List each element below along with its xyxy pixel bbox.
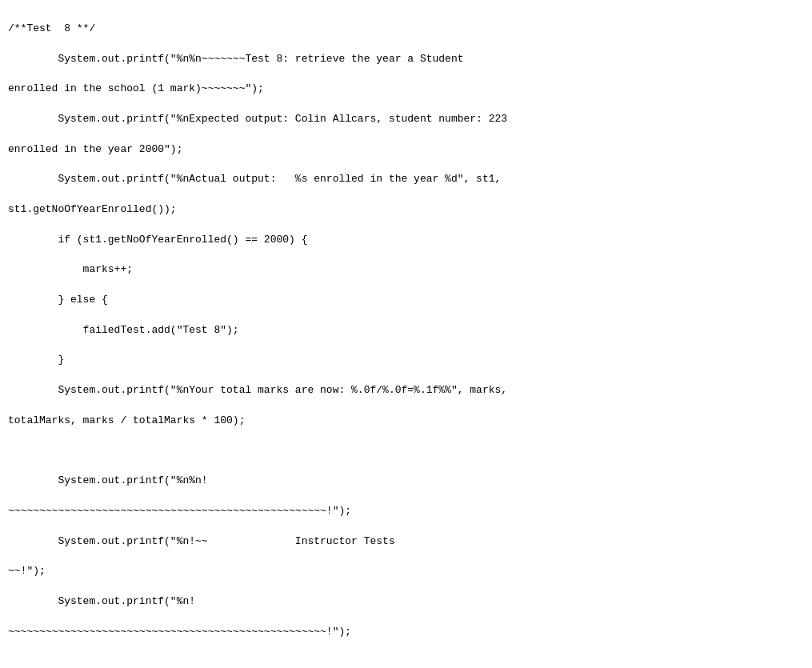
code-line-3: enrolled in the school (1 mark)~~~~~~~")… [0,82,812,97]
code-line-6: System.out.printf("%nActual output: %s e… [0,172,812,187]
code-line-4: System.out.printf("%nExpected output: Co… [0,112,812,127]
code-line-17: System.out.printf("%n!~~ Instructor Test… [0,534,812,550]
code-line-16: ~~~~~~~~~~~~~~~~~~~~~~~~~~~~~~~~~~~~~~~~… [0,504,812,519]
code-line-18: ~~!"); [0,564,812,579]
code-line-1: /**Test 8 **/ [0,22,812,37]
code-line-5: enrolled in the year 2000"); [0,142,812,158]
code-line-10: } else { [0,293,812,308]
code-line-14: totalMarks, marks / totalMarks * 100); [0,414,812,429]
code-line-11: failedTest.add("Test 8"); [0,323,812,338]
code-editor: /**Test 8 **/ System.out.printf("%n%n~~~… [0,0,812,668]
code-line-9: marks++; [0,262,812,278]
code-line-12: } [0,353,812,368]
code-line-15: System.out.printf("%n%n! [0,474,812,489]
code-line-19: System.out.printf("%n! [0,594,812,610]
code-line-20: ~~~~~~~~~~~~~~~~~~~~~~~~~~~~~~~~~~~~~~~~… [0,625,812,640]
code-line-2: System.out.printf("%n%n~~~~~~~Test 8: re… [0,52,812,67]
code-line-13: System.out.printf("%nYour total marks ar… [0,383,812,398]
code-line-7: st1.getNoOfYearEnrolled()); [0,202,812,218]
code-line-8: if (st1.getNoOfYearEnrolled() == 2000) { [0,233,812,248]
